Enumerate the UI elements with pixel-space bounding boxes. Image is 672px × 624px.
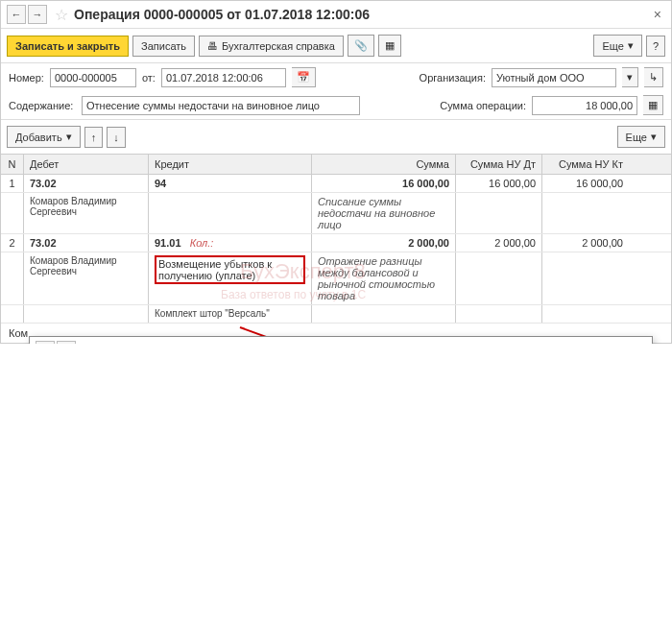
nav-forward-button[interactable]: → <box>57 341 76 344</box>
postings-grid: N Дебет Кредит Сумма Сумма НУ Дт Сумма Н… <box>1 154 671 324</box>
favorite-icon[interactable]: ☆ <box>55 6 68 24</box>
cell-nud: 2 000,00 <box>456 234 542 252</box>
accounting-note-label: Бухгалтерская справка <box>222 40 335 52</box>
cell-kre-acc: 94 <box>155 178 166 189</box>
content-input[interactable] <box>82 96 360 115</box>
table-row[interactable]: 2 73.02 91.01 Кол.: 2 000,00 2 000,00 2 … <box>1 234 671 252</box>
from-label: от: <box>142 72 156 84</box>
add-label: Добавить <box>15 132 62 143</box>
org-input[interactable] <box>492 68 616 87</box>
sum-input[interactable] <box>532 96 637 115</box>
main-window: ← → ☆ Операция 0000-000005 от 01.07.2018… <box>0 0 672 344</box>
favorite-icon[interactable]: ☆ <box>84 342 97 345</box>
cell-nud: 16 000,00 <box>456 175 542 192</box>
more-button[interactable]: Еще ▾ <box>593 35 641 57</box>
save-button[interactable]: Записать <box>132 36 195 57</box>
col-n: N <box>1 155 24 174</box>
table-row[interactable]: Комплект штор "Версаль" <box>1 305 671 324</box>
table-row[interactable]: Комаров Владимир Сергеевич Возмещение уб… <box>1 252 671 305</box>
sum-label: Сумма операции: <box>440 100 526 111</box>
cell-n: 2 <box>1 234 24 252</box>
org-open-icon[interactable]: ↳ <box>644 67 663 87</box>
nav-forward-button[interactable]: → <box>28 5 47 24</box>
col-kredit[interactable]: Кредит <box>149 155 312 174</box>
col-nuk[interactable]: Сумма НУ Кт <box>542 155 629 174</box>
dialog-titlebar: ← → ☆ Возмещение убытков к получению (уп… <box>30 337 652 344</box>
calc-icon[interactable]: ▦ <box>643 95 663 115</box>
add-button[interactable]: Добавить ▾ <box>7 126 81 148</box>
table-row[interactable]: 1 73.02 94 16 000,00 16 000,00 16 000,00 <box>1 175 671 193</box>
more-label: Еще <box>626 132 647 143</box>
help-button[interactable]: ? <box>646 36 665 57</box>
grid-header: N Дебет Кредит Сумма Сумма НУ Дт Сумма Н… <box>1 155 671 175</box>
header-row-2: Содержание: Сумма операции: ▦ <box>1 91 671 119</box>
dialog-window: ← → ☆ Возмещение убытков к получению (уп… <box>29 336 653 344</box>
chevron-down-icon: ▾ <box>628 39 634 52</box>
col-sum[interactable]: Сумма <box>312 155 456 174</box>
nav-back-button[interactable]: ← <box>7 5 26 24</box>
cell-kol-label: Кол.: <box>190 237 214 249</box>
date-input[interactable] <box>161 68 286 87</box>
chevron-down-icon: ▾ <box>66 131 72 143</box>
chevron-down-icon: ▾ <box>651 131 657 143</box>
move-down-button[interactable]: ↓ <box>107 127 126 148</box>
col-nud[interactable]: Сумма НУ Дт <box>456 155 542 174</box>
cell-nuk: 2 000,00 <box>542 234 629 252</box>
cell-sum: 16 000,00 <box>402 178 449 189</box>
table-row[interactable]: Комаров Владимир Сергеевич Списание сумм… <box>1 193 671 234</box>
main-toolbar: Записать и закрыть Записать 🖶 Бухгалтерс… <box>1 29 671 63</box>
nav-back-button[interactable]: ← <box>36 341 55 344</box>
truncated-label: Ком <box>9 327 28 339</box>
close-icon[interactable]: × <box>631 343 646 344</box>
calendar-icon[interactable]: 📅 <box>292 67 316 87</box>
printer-icon: 🖶 <box>207 40 218 52</box>
cell-desc: Отражение разницы между балансовой и рын… <box>312 252 456 304</box>
titlebar: ← → ☆ Операция 0000-000005 от 01.07.2018… <box>1 1 671 29</box>
org-dropdown-icon[interactable]: ▾ <box>622 67 638 87</box>
cell-deb-acc: 73.02 <box>30 178 57 189</box>
grid-more-button[interactable]: Еще ▾ <box>617 126 665 148</box>
cell-kre-sub2: Комплект штор "Версаль" <box>149 305 312 323</box>
close-icon[interactable]: × <box>650 7 665 22</box>
col-debet[interactable]: Дебет <box>24 155 149 174</box>
content-label: Содержание: <box>9 100 76 111</box>
cell-deb-sub: Комаров Владимир Сергеевич <box>24 252 149 304</box>
cell-desc: Списание суммы недостачи на виновное лиц… <box>312 193 456 233</box>
cell-kre-acc: 91.01 <box>155 237 181 249</box>
cell-deb-sub: Комаров Владимир Сергеевич <box>24 193 149 233</box>
attach-button[interactable]: 📎 <box>348 35 374 57</box>
more-label: Еще <box>602 40 623 52</box>
cell-nuk: 16 000,00 <box>542 175 629 192</box>
save-and-close-button[interactable]: Записать и закрыть <box>7 36 129 57</box>
header-row-1: Номер: от: 📅 Организация: ▾ ↳ <box>1 63 671 91</box>
cell-kre-sub-highlighted: Возмещение убытков к получению (уплате) <box>155 255 305 284</box>
accounting-note-button[interactable]: 🖶 Бухгалтерская справка <box>199 36 344 57</box>
number-input[interactable] <box>50 68 136 87</box>
grid-toolbar: Добавить ▾ ↑ ↓ Еще ▾ <box>1 119 671 154</box>
cell-n: 1 <box>1 175 24 192</box>
cell-sum: 2 000,00 <box>408 237 449 249</box>
number-label: Номер: <box>9 72 44 84</box>
move-up-button[interactable]: ↑ <box>84 127 104 148</box>
org-label: Организация: <box>420 72 486 84</box>
window-title: Операция 0000-000005 от 01.07.2018 12:00… <box>74 7 650 22</box>
template-button[interactable]: ▦ <box>378 35 401 57</box>
cell-deb-acc: 73.02 <box>30 237 57 249</box>
